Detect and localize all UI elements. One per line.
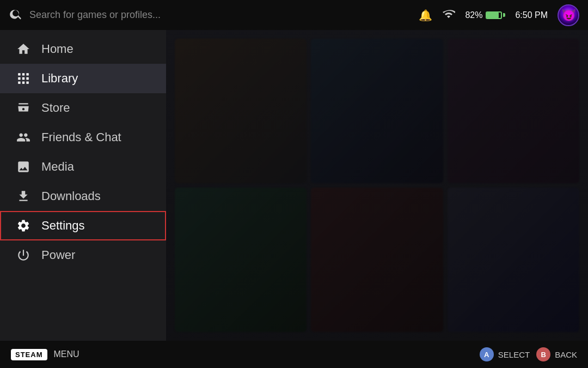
- sidebar-label-library: Library: [41, 71, 78, 86]
- sidebar-label-friends: Friends & Chat: [41, 130, 121, 144]
- topbar: Search for games or profiles... 🔔 82% 6:…: [0, 0, 588, 30]
- game-tile: [175, 39, 307, 183]
- sidebar-item-downloads[interactable]: Downloads: [0, 182, 166, 211]
- notification-icon[interactable]: 🔔: [419, 9, 432, 22]
- game-tile: [448, 39, 579, 183]
- sidebar-label-power: Power: [41, 248, 75, 262]
- search-placeholder: Search for games or profiles...: [29, 9, 161, 21]
- sidebar-item-media[interactable]: Media: [0, 152, 166, 182]
- sidebar-label-settings: Settings: [41, 219, 85, 233]
- clock: 6:50 PM: [515, 10, 548, 20]
- sidebar-item-home[interactable]: Home: [0, 34, 166, 64]
- search-area[interactable]: Search for games or profiles...: [9, 7, 419, 23]
- b-button: B: [536, 347, 550, 361]
- wifi-icon: [442, 7, 455, 23]
- game-tile: [311, 188, 443, 332]
- store-icon: [16, 101, 30, 115]
- home-icon: [16, 42, 30, 56]
- game-tile: [448, 188, 579, 332]
- select-label: SELECT: [498, 350, 530, 359]
- avatar[interactable]: 😈: [558, 4, 579, 26]
- back-hint: B BACK: [536, 347, 577, 361]
- sidebar-item-power[interactable]: Power: [0, 240, 166, 270]
- a-button: A: [480, 347, 494, 361]
- battery-icon: [486, 11, 505, 19]
- topbar-right: 🔔 82% 6:50 PM 😈: [419, 4, 579, 26]
- friends-icon: [16, 130, 30, 144]
- content-area: [166, 30, 588, 341]
- power-icon: [16, 248, 30, 262]
- bottombar: STEAM MENU A SELECT B BACK: [0, 341, 588, 368]
- sidebar-item-settings[interactable]: Settings: [0, 211, 166, 240]
- background-blur: [166, 30, 588, 341]
- sidebar-item-store[interactable]: Store: [0, 93, 166, 123]
- sidebar-label-media: Media: [41, 160, 74, 174]
- downloads-icon: [16, 189, 30, 203]
- steam-badge[interactable]: STEAM: [11, 349, 47, 360]
- menu-label: MENU: [54, 349, 79, 359]
- battery-area: 82%: [465, 10, 505, 20]
- settings-icon: [16, 219, 30, 233]
- game-tile: [175, 188, 307, 332]
- game-tile: [311, 39, 443, 183]
- game-grid: [166, 30, 588, 341]
- back-label: BACK: [555, 350, 577, 359]
- sidebar-item-library[interactable]: Library: [0, 64, 166, 93]
- sidebar-label-store: Store: [41, 101, 70, 115]
- media-icon: [16, 160, 30, 174]
- sidebar-item-friends[interactable]: Friends & Chat: [0, 123, 166, 152]
- select-hint: A SELECT: [480, 347, 530, 361]
- sidebar: Home Library Store Friends & Chat: [0, 30, 166, 341]
- library-icon: [16, 71, 30, 86]
- battery-percent: 82%: [465, 10, 482, 20]
- search-icon: [9, 7, 23, 23]
- sidebar-label-home: Home: [41, 42, 74, 56]
- sidebar-label-downloads: Downloads: [41, 189, 101, 203]
- main-layout: Home Library Store Friends & Chat: [0, 30, 588, 341]
